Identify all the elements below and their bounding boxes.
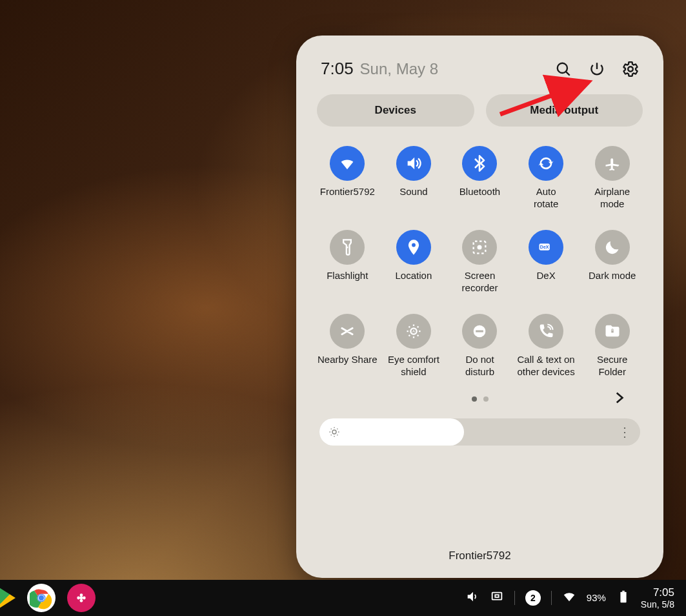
shelf-left — [0, 584, 96, 612]
svg-line-13 — [418, 335, 419, 336]
gallery-app-icon[interactable] — [67, 584, 96, 612]
devices-pill[interactable]: Devices — [317, 94, 474, 127]
devices-pill-label: Devices — [375, 104, 416, 117]
tile-bluetooth[interactable]: Bluetooth — [447, 146, 513, 210]
media-output-pill[interactable]: Media output — [486, 94, 643, 127]
dex-icon: DeX — [529, 230, 563, 265]
notification-count: 2 — [530, 593, 536, 603]
pill-row: Devices Media output — [314, 94, 645, 139]
wifi-icon — [330, 146, 365, 181]
panel-footer-network[interactable]: Frontier5792 — [314, 543, 645, 566]
svg-line-28 — [337, 429, 338, 429]
svg-line-12 — [409, 327, 410, 328]
media-output-pill-label: Media output — [530, 104, 598, 117]
svg-rect-39 — [495, 595, 499, 598]
tray-separator — [551, 591, 552, 605]
tile-securefolder[interactable]: Secure Folder — [579, 314, 645, 378]
tile-label: Location — [396, 270, 432, 294]
pager-dot-1[interactable] — [472, 396, 477, 402]
nearby-icon — [330, 314, 365, 349]
autorotate-icon — [529, 146, 563, 181]
svg-line-1 — [566, 71, 570, 75]
search-icon[interactable] — [555, 61, 572, 77]
tile-label: DeX — [537, 270, 556, 294]
tile-label: Dark mode — [589, 270, 636, 294]
tile-airplane[interactable]: Airplane mode — [579, 146, 645, 210]
tile-label: Airplane mode — [594, 186, 630, 210]
tile-nearby[interactable]: Nearby Share — [314, 314, 381, 378]
svg-rect-41 — [622, 591, 625, 592]
darkmode-icon — [595, 230, 630, 265]
play-store-icon[interactable] — [0, 586, 15, 610]
tray-battery-icon[interactable] — [616, 590, 631, 606]
bluetooth-icon — [462, 146, 497, 181]
tile-label: Flashlight — [327, 270, 368, 294]
svg-point-32 — [39, 595, 44, 601]
svg-rect-38 — [492, 593, 501, 600]
pager-dot-2[interactable] — [483, 396, 489, 402]
svg-point-0 — [558, 63, 567, 72]
tile-label: Sound — [399, 186, 427, 210]
brightness-slider[interactable]: ⋮ — [319, 418, 640, 446]
tile-label: Eye comfort shield — [388, 354, 439, 378]
svg-point-37 — [80, 597, 83, 600]
tile-dnd[interactable]: Do not disturb — [447, 314, 513, 378]
svg-text:A: A — [412, 329, 415, 333]
svg-rect-19 — [611, 331, 614, 333]
tray-clock[interactable]: 7:05 Sun, 5/8 — [641, 586, 674, 610]
svg-point-4 — [478, 245, 482, 250]
panel-date: Sun, May 8 — [360, 60, 438, 78]
tile-eyecomfort[interactable]: AEye comfort shield — [381, 314, 447, 378]
pager — [314, 385, 645, 406]
svg-point-33 — [80, 593, 83, 597]
calltext-icon — [529, 314, 563, 349]
svg-rect-18 — [476, 330, 484, 332]
panel-header-icons — [555, 61, 639, 77]
power-icon[interactable] — [589, 61, 605, 77]
tile-flashlight[interactable]: Flashlight — [314, 230, 381, 294]
sound-icon — [396, 146, 431, 181]
svg-point-34 — [77, 597, 80, 600]
panel-time-date[interactable]: 7:05 Sun, May 8 — [321, 59, 438, 79]
tile-label: Nearby Share — [318, 354, 378, 378]
flashlight-icon — [330, 230, 365, 265]
svg-point-2 — [347, 246, 348, 248]
tile-wifi[interactable]: Frontier5792 — [314, 146, 381, 210]
location-icon — [396, 230, 431, 265]
panel-time: 7:05 — [321, 59, 354, 79]
svg-line-26 — [337, 435, 338, 435]
tile-sound[interactable]: Sound — [381, 146, 447, 210]
system-tray[interactable]: 2 93% 7:05 Sun, 5/8 — [465, 586, 674, 610]
next-page-button[interactable] — [610, 389, 627, 409]
tile-calltext[interactable]: Call & text on other devices — [513, 314, 580, 378]
svg-point-36 — [80, 599, 83, 602]
tray-battery-text: 93% — [587, 592, 606, 603]
securefolder-icon — [595, 314, 630, 349]
svg-text:DeX: DeX — [540, 245, 549, 249]
tray-separator — [514, 591, 515, 605]
tray-notification-badge[interactable]: 2 — [525, 590, 541, 606]
tile-dex[interactable]: DeXDeX — [513, 230, 580, 294]
tile-label: Secure Folder — [597, 354, 628, 378]
tile-label: Do not disturb — [465, 354, 494, 378]
airplane-icon — [595, 146, 630, 181]
tile-label: Screen recorder — [462, 270, 498, 294]
svg-point-20 — [332, 430, 336, 434]
brightness-icon — [328, 426, 340, 438]
svg-line-15 — [418, 327, 419, 328]
tray-clock-time: 7:05 — [641, 586, 674, 599]
chrome-icon[interactable] — [27, 584, 55, 612]
tray-cast-icon[interactable] — [490, 590, 504, 606]
settings-icon[interactable] — [622, 61, 639, 77]
tile-location[interactable]: Location — [381, 230, 447, 294]
tile-screenrec[interactable]: Screen recorder — [447, 230, 513, 294]
tile-darkmode[interactable]: Dark mode — [579, 230, 645, 294]
quick-settings-panel: 7:05 Sun, May 8 Devices Media output Fro… — [296, 36, 663, 578]
tray-volume-icon[interactable] — [465, 590, 479, 606]
tile-autorotate[interactable]: Auto rotate — [513, 146, 580, 210]
tiles-grid: Frontier5792SoundBluetoothAuto rotateAir… — [314, 139, 645, 385]
tile-label: Bluetooth — [459, 186, 500, 210]
tile-label: Frontier5792 — [320, 186, 375, 210]
eyecomfort-icon: A — [396, 314, 431, 349]
tray-wifi-icon[interactable] — [562, 590, 576, 606]
